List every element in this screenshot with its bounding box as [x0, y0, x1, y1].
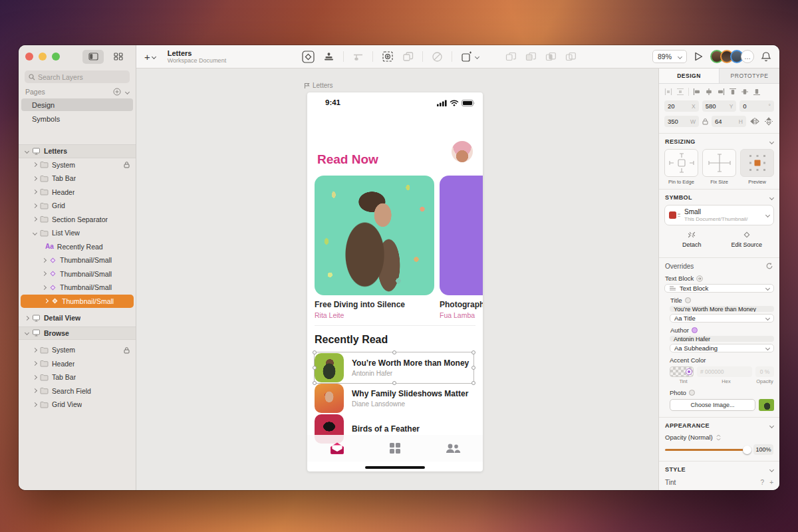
- align-center-horizontal-icon[interactable]: [705, 88, 713, 96]
- boolean-union-icon[interactable]: [505, 52, 517, 62]
- resizing-section-header[interactable]: RESIZING: [659, 134, 779, 147]
- resizing-pin-to-edge[interactable]: Pin to Edge: [664, 149, 698, 185]
- collaborator-avatars[interactable]: …: [710, 50, 754, 63]
- canvas[interactable]: Letters 9:41 Read Now: [136, 68, 658, 490]
- layer-row-symbol[interactable]: Thumbnail/Small: [19, 253, 136, 267]
- mail-tab-icon[interactable]: [329, 442, 345, 455]
- layer-row-symbol-selected[interactable]: Thumbnail/Small: [21, 295, 134, 309]
- appearance-section-header[interactable]: APPEARANCE: [659, 418, 779, 431]
- zoom-level-select[interactable]: 89%: [652, 50, 687, 63]
- symbol-source-dropdown[interactable]: Small This Document/Thumbnail/: [664, 205, 774, 225]
- align-top-icon[interactable]: [729, 88, 737, 96]
- align-middle-vertical-icon[interactable]: [741, 88, 749, 96]
- style-section-header[interactable]: STYLE: [659, 462, 779, 475]
- layer-row-group[interactable]: Grid View: [19, 398, 136, 412]
- layer-row-group[interactable]: Search Field: [19, 384, 136, 398]
- card-image[interactable]: [440, 176, 483, 295]
- page-item-symbols[interactable]: Symbols: [21, 112, 133, 125]
- page-item-design[interactable]: Design: [21, 98, 133, 111]
- layer-list-view-toggle[interactable]: [82, 50, 104, 64]
- width-field[interactable]: 350W: [664, 116, 699, 127]
- color-opacity-field[interactable]: 0 %: [755, 366, 774, 377]
- edit-source-button[interactable]: Edit Source: [720, 230, 775, 248]
- flip-horizontal-icon[interactable]: [749, 117, 760, 126]
- help-icon[interactable]: ?: [761, 479, 765, 486]
- layer-row-symbol[interactable]: Thumbnail/Small: [19, 267, 136, 281]
- boolean-difference-icon[interactable]: [565, 52, 577, 62]
- tab-design[interactable]: DESIGN: [659, 68, 720, 83]
- search-layers-field[interactable]: [25, 70, 130, 83]
- list-item[interactable]: You’re Worth More than Money Antonin Haf…: [315, 352, 475, 383]
- layer-row-symbol[interactable]: Thumbnail/Small: [19, 281, 136, 295]
- hex-color-field[interactable]: # 000000: [697, 366, 752, 377]
- layer-row-group[interactable]: Header: [19, 186, 136, 200]
- choose-image-button[interactable]: Choose Image...: [670, 399, 755, 411]
- styles-tool-icon[interactable]: [352, 52, 364, 62]
- photo-thumbnail[interactable]: [759, 399, 774, 411]
- layer-row-group[interactable]: Tab Bar: [19, 172, 136, 186]
- add-tint-icon[interactable]: +: [769, 479, 773, 486]
- tab-prototype[interactable]: PROTOTYPE: [720, 68, 779, 83]
- layer-row-artboard[interactable]: Detail View: [19, 311, 136, 325]
- card-image[interactable]: [315, 176, 434, 295]
- height-field[interactable]: 64H: [712, 116, 746, 127]
- mask-tool-icon[interactable]: [432, 51, 443, 63]
- more-collaborators-button[interactable]: …: [741, 50, 754, 63]
- people-tab-icon[interactable]: [445, 442, 461, 454]
- tint-color-swatch[interactable]: [670, 366, 694, 377]
- layer-row-group[interactable]: Grid: [19, 199, 136, 213]
- symbol-section-header[interactable]: SYMBOL: [659, 190, 779, 203]
- blend-mode-stepper-icon[interactable]: [716, 434, 722, 441]
- layer-row-artboard[interactable]: Browse: [19, 327, 136, 340]
- scale-tool-button[interactable]: [461, 51, 479, 63]
- y-position-field[interactable]: 580Y: [702, 100, 737, 112]
- detach-button[interactable]: Detach: [664, 230, 720, 248]
- browse-tab-icon[interactable]: [388, 442, 402, 455]
- components-view-toggle[interactable]: [108, 50, 129, 64]
- layer-row-group[interactable]: Header: [19, 357, 136, 371]
- opacity-slider[interactable]: [665, 446, 750, 454]
- boolean-intersect-icon[interactable]: [545, 52, 557, 62]
- list-item[interactable]: Why Family Slideshows Matter Diane Lansd…: [315, 383, 475, 414]
- goto-arrow-icon[interactable]: [696, 275, 703, 282]
- lock-aspect-icon[interactable]: [702, 118, 708, 125]
- author-style-dropdown[interactable]: Aa Subheading: [670, 344, 774, 352]
- layer-row-group[interactable]: System: [19, 158, 136, 172]
- select-group-tool-icon[interactable]: [382, 51, 394, 63]
- close-window-button[interactable]: [25, 53, 33, 61]
- layer-row-artboard[interactable]: Letters: [19, 144, 136, 158]
- preview-play-button[interactable]: [694, 51, 704, 62]
- create-symbol-tool-icon[interactable]: [323, 51, 334, 62]
- boolean-subtract-icon[interactable]: [525, 52, 537, 62]
- reset-overrides-icon[interactable]: [765, 262, 773, 270]
- title-style-dropdown[interactable]: Aa Title: [670, 314, 774, 323]
- distribute-horizontal-icon[interactable]: [664, 88, 672, 96]
- title-override-input[interactable]: You’re Worth More than Money: [670, 306, 774, 312]
- search-input[interactable]: [38, 73, 111, 81]
- x-position-field[interactable]: 20X: [664, 100, 699, 112]
- resizing-preview[interactable]: Preview: [740, 149, 774, 185]
- flip-vertical-icon[interactable]: [763, 117, 774, 126]
- layer-row-text[interactable]: Aa Recently Read: [19, 240, 136, 254]
- layer-row-group[interactable]: Section Separator: [19, 213, 136, 227]
- minimize-window-button[interactable]: [39, 53, 47, 61]
- notifications-bell-icon[interactable]: [761, 51, 771, 63]
- collapse-pages-icon[interactable]: [125, 89, 130, 94]
- author-override-input[interactable]: Antonin Hafer: [670, 336, 774, 342]
- layer-row-group[interactable]: Tab Bar: [19, 370, 136, 384]
- zoom-window-button[interactable]: [52, 53, 60, 61]
- add-page-icon[interactable]: [113, 88, 121, 96]
- distribute-vertical-icon[interactable]: [676, 88, 684, 96]
- opacity-slider-knob[interactable]: [743, 446, 751, 454]
- layer-row-group[interactable]: List View: [19, 226, 136, 240]
- insert-button[interactable]: +: [144, 51, 156, 63]
- flatten-tool-icon[interactable]: [402, 52, 414, 62]
- align-right-icon[interactable]: [717, 88, 725, 96]
- artboard-title[interactable]: Letters: [304, 82, 333, 89]
- opacity-value-field[interactable]: 100%: [753, 444, 773, 455]
- align-left-icon[interactable]: [693, 88, 701, 96]
- text-block-dropdown[interactable]: Text Block: [664, 284, 774, 293]
- rotation-field[interactable]: 0°: [739, 100, 774, 112]
- resizing-fix-size[interactable]: Fix Size: [702, 149, 736, 185]
- profile-avatar[interactable]: [452, 141, 473, 162]
